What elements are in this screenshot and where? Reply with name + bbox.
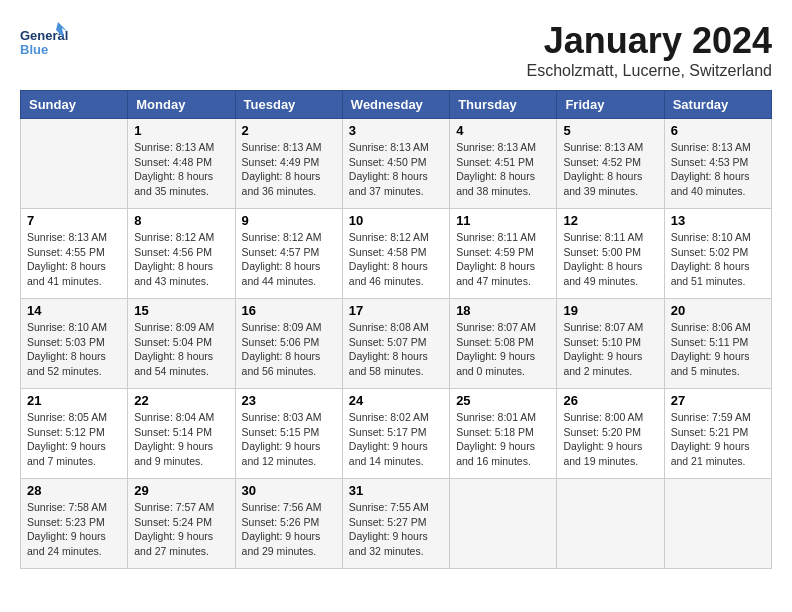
- day-number: 27: [671, 393, 765, 408]
- calendar-cell: 16Sunrise: 8:09 AMSunset: 5:06 PMDayligh…: [235, 299, 342, 389]
- day-number: 2: [242, 123, 336, 138]
- day-info: Sunrise: 8:09 AMSunset: 5:04 PMDaylight:…: [134, 320, 228, 379]
- day-info: Sunrise: 8:02 AMSunset: 5:17 PMDaylight:…: [349, 410, 443, 469]
- day-info: Sunrise: 7:55 AMSunset: 5:27 PMDaylight:…: [349, 500, 443, 559]
- day-number: 15: [134, 303, 228, 318]
- day-number: 14: [27, 303, 121, 318]
- day-number: 19: [563, 303, 657, 318]
- day-number: 13: [671, 213, 765, 228]
- day-number: 8: [134, 213, 228, 228]
- calendar-cell: 5Sunrise: 8:13 AMSunset: 4:52 PMDaylight…: [557, 119, 664, 209]
- calendar-cell: 6Sunrise: 8:13 AMSunset: 4:53 PMDaylight…: [664, 119, 771, 209]
- day-number: 16: [242, 303, 336, 318]
- day-info: Sunrise: 8:00 AMSunset: 5:20 PMDaylight:…: [563, 410, 657, 469]
- day-info: Sunrise: 8:05 AMSunset: 5:12 PMDaylight:…: [27, 410, 121, 469]
- logo: General Blue: [20, 20, 68, 60]
- calendar-cell: 18Sunrise: 8:07 AMSunset: 5:08 PMDayligh…: [450, 299, 557, 389]
- calendar-cell: 26Sunrise: 8:00 AMSunset: 5:20 PMDayligh…: [557, 389, 664, 479]
- svg-text:Blue: Blue: [20, 42, 48, 57]
- calendar-cell: 3Sunrise: 8:13 AMSunset: 4:50 PMDaylight…: [342, 119, 449, 209]
- day-number: 28: [27, 483, 121, 498]
- day-number: 7: [27, 213, 121, 228]
- day-info: Sunrise: 8:06 AMSunset: 5:11 PMDaylight:…: [671, 320, 765, 379]
- day-info: Sunrise: 8:13 AMSunset: 4:52 PMDaylight:…: [563, 140, 657, 199]
- week-row-3: 14Sunrise: 8:10 AMSunset: 5:03 PMDayligh…: [21, 299, 772, 389]
- day-info: Sunrise: 7:56 AMSunset: 5:26 PMDaylight:…: [242, 500, 336, 559]
- day-number: 9: [242, 213, 336, 228]
- day-number: 24: [349, 393, 443, 408]
- calendar-cell: 14Sunrise: 8:10 AMSunset: 5:03 PMDayligh…: [21, 299, 128, 389]
- week-row-4: 21Sunrise: 8:05 AMSunset: 5:12 PMDayligh…: [21, 389, 772, 479]
- calendar-cell: 20Sunrise: 8:06 AMSunset: 5:11 PMDayligh…: [664, 299, 771, 389]
- day-info: Sunrise: 7:57 AMSunset: 5:24 PMDaylight:…: [134, 500, 228, 559]
- calendar-cell: 1Sunrise: 8:13 AMSunset: 4:48 PMDaylight…: [128, 119, 235, 209]
- weekday-header-friday: Friday: [557, 91, 664, 119]
- title-block: January 2024 Escholzmatt, Lucerne, Switz…: [527, 20, 772, 80]
- day-number: 12: [563, 213, 657, 228]
- day-info: Sunrise: 7:58 AMSunset: 5:23 PMDaylight:…: [27, 500, 121, 559]
- month-title: January 2024: [527, 20, 772, 62]
- day-info: Sunrise: 8:03 AMSunset: 5:15 PMDaylight:…: [242, 410, 336, 469]
- day-number: 31: [349, 483, 443, 498]
- location: Escholzmatt, Lucerne, Switzerland: [527, 62, 772, 80]
- logo-icon: General Blue: [20, 20, 68, 60]
- calendar-cell: 23Sunrise: 8:03 AMSunset: 5:15 PMDayligh…: [235, 389, 342, 479]
- week-row-5: 28Sunrise: 7:58 AMSunset: 5:23 PMDayligh…: [21, 479, 772, 569]
- calendar-cell: 29Sunrise: 7:57 AMSunset: 5:24 PMDayligh…: [128, 479, 235, 569]
- weekday-header-tuesday: Tuesday: [235, 91, 342, 119]
- calendar-cell: 31Sunrise: 7:55 AMSunset: 5:27 PMDayligh…: [342, 479, 449, 569]
- day-info: Sunrise: 8:13 AMSunset: 4:48 PMDaylight:…: [134, 140, 228, 199]
- calendar-cell: 13Sunrise: 8:10 AMSunset: 5:02 PMDayligh…: [664, 209, 771, 299]
- day-number: 26: [563, 393, 657, 408]
- day-info: Sunrise: 8:13 AMSunset: 4:55 PMDaylight:…: [27, 230, 121, 289]
- day-number: 1: [134, 123, 228, 138]
- day-number: 11: [456, 213, 550, 228]
- day-info: Sunrise: 8:04 AMSunset: 5:14 PMDaylight:…: [134, 410, 228, 469]
- calendar-cell: 12Sunrise: 8:11 AMSunset: 5:00 PMDayligh…: [557, 209, 664, 299]
- day-number: 17: [349, 303, 443, 318]
- weekday-header-thursday: Thursday: [450, 91, 557, 119]
- day-info: Sunrise: 8:11 AMSunset: 5:00 PMDaylight:…: [563, 230, 657, 289]
- day-number: 3: [349, 123, 443, 138]
- calendar-cell: 30Sunrise: 7:56 AMSunset: 5:26 PMDayligh…: [235, 479, 342, 569]
- day-number: 18: [456, 303, 550, 318]
- day-info: Sunrise: 8:12 AMSunset: 4:58 PMDaylight:…: [349, 230, 443, 289]
- day-info: Sunrise: 8:09 AMSunset: 5:06 PMDaylight:…: [242, 320, 336, 379]
- week-row-1: 1Sunrise: 8:13 AMSunset: 4:48 PMDaylight…: [21, 119, 772, 209]
- calendar-cell: 15Sunrise: 8:09 AMSunset: 5:04 PMDayligh…: [128, 299, 235, 389]
- day-info: Sunrise: 8:10 AMSunset: 5:03 PMDaylight:…: [27, 320, 121, 379]
- calendar-cell: 25Sunrise: 8:01 AMSunset: 5:18 PMDayligh…: [450, 389, 557, 479]
- calendar-cell: [21, 119, 128, 209]
- day-number: 23: [242, 393, 336, 408]
- day-info: Sunrise: 8:10 AMSunset: 5:02 PMDaylight:…: [671, 230, 765, 289]
- calendar-cell: 8Sunrise: 8:12 AMSunset: 4:56 PMDaylight…: [128, 209, 235, 299]
- calendar-cell: 4Sunrise: 8:13 AMSunset: 4:51 PMDaylight…: [450, 119, 557, 209]
- calendar-cell: [664, 479, 771, 569]
- calendar-cell: [557, 479, 664, 569]
- day-info: Sunrise: 8:13 AMSunset: 4:51 PMDaylight:…: [456, 140, 550, 199]
- calendar-cell: 7Sunrise: 8:13 AMSunset: 4:55 PMDaylight…: [21, 209, 128, 299]
- calendar-cell: 27Sunrise: 7:59 AMSunset: 5:21 PMDayligh…: [664, 389, 771, 479]
- weekday-header-monday: Monday: [128, 91, 235, 119]
- day-number: 5: [563, 123, 657, 138]
- day-info: Sunrise: 8:12 AMSunset: 4:57 PMDaylight:…: [242, 230, 336, 289]
- calendar-cell: 19Sunrise: 8:07 AMSunset: 5:10 PMDayligh…: [557, 299, 664, 389]
- day-info: Sunrise: 8:11 AMSunset: 4:59 PMDaylight:…: [456, 230, 550, 289]
- calendar-cell: [450, 479, 557, 569]
- week-row-2: 7Sunrise: 8:13 AMSunset: 4:55 PMDaylight…: [21, 209, 772, 299]
- calendar-cell: 9Sunrise: 8:12 AMSunset: 4:57 PMDaylight…: [235, 209, 342, 299]
- day-number: 22: [134, 393, 228, 408]
- day-info: Sunrise: 7:59 AMSunset: 5:21 PMDaylight:…: [671, 410, 765, 469]
- calendar-cell: 22Sunrise: 8:04 AMSunset: 5:14 PMDayligh…: [128, 389, 235, 479]
- calendar-cell: 21Sunrise: 8:05 AMSunset: 5:12 PMDayligh…: [21, 389, 128, 479]
- weekday-header-wednesday: Wednesday: [342, 91, 449, 119]
- calendar-cell: 24Sunrise: 8:02 AMSunset: 5:17 PMDayligh…: [342, 389, 449, 479]
- day-info: Sunrise: 8:12 AMSunset: 4:56 PMDaylight:…: [134, 230, 228, 289]
- day-info: Sunrise: 8:08 AMSunset: 5:07 PMDaylight:…: [349, 320, 443, 379]
- day-number: 4: [456, 123, 550, 138]
- calendar-cell: 11Sunrise: 8:11 AMSunset: 4:59 PMDayligh…: [450, 209, 557, 299]
- day-number: 25: [456, 393, 550, 408]
- day-number: 30: [242, 483, 336, 498]
- day-number: 6: [671, 123, 765, 138]
- day-number: 21: [27, 393, 121, 408]
